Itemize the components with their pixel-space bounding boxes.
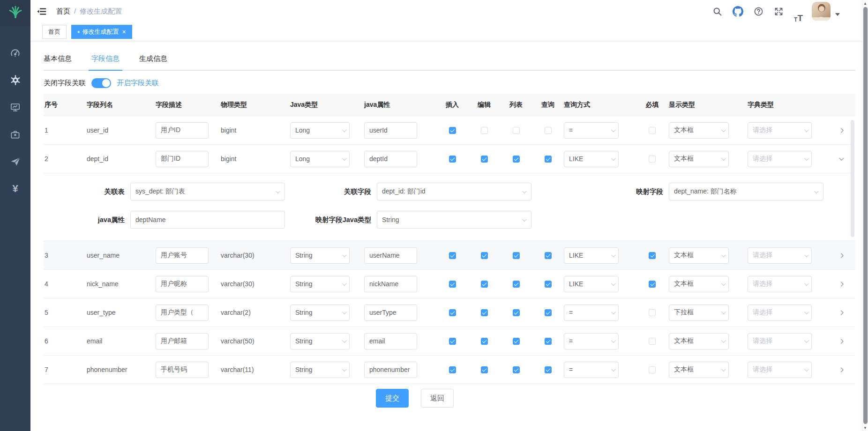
display-type-select[interactable]: 文本框 [669, 122, 729, 139]
java-field-input[interactable] [364, 151, 417, 167]
dict-type-select[interactable]: 请选择 [748, 151, 812, 167]
dict-type-select[interactable]: 请选择 [748, 305, 812, 321]
list-checkbox[interactable] [513, 338, 520, 345]
java-attr-input[interactable] [130, 211, 285, 229]
tab-basic-info[interactable]: 基本信息 [44, 50, 72, 70]
sidebar-item-monitor[interactable] [0, 94, 30, 121]
expand-icon[interactable] [837, 279, 847, 289]
display-type-select[interactable]: 文本框 [669, 362, 729, 378]
query-checkbox[interactable] [545, 338, 552, 345]
expand-icon[interactable] [837, 307, 847, 318]
java-type-select[interactable]: String [290, 333, 350, 349]
description-input[interactable] [156, 122, 209, 139]
edit-checkbox[interactable] [481, 127, 488, 134]
assoc-field-select[interactable]: dept_id: 部门id [377, 183, 531, 201]
insert-checkbox[interactable] [449, 281, 456, 288]
tab-generate-info[interactable]: 生成信息 [139, 50, 167, 70]
tag-home[interactable]: 首页 [42, 25, 67, 39]
expand-icon[interactable] [837, 125, 847, 135]
description-input[interactable] [156, 362, 209, 378]
app-logo[interactable] [0, 0, 30, 26]
page-scrollbar-thumb[interactable] [863, 7, 868, 424]
search-icon[interactable] [707, 0, 727, 22]
edit-checkbox[interactable] [481, 281, 488, 288]
edit-checkbox[interactable] [481, 338, 488, 345]
query-checkbox[interactable] [545, 127, 552, 134]
scroll-up-icon[interactable]: ▲ [863, 0, 867, 7]
list-checkbox[interactable] [513, 366, 520, 373]
insert-checkbox[interactable] [449, 309, 456, 316]
java-type-select[interactable]: String [290, 247, 350, 264]
submit-button[interactable]: 提交 [376, 389, 409, 408]
query-checkbox[interactable] [545, 366, 552, 373]
dict-type-select[interactable]: 请选择 [748, 122, 812, 139]
edit-checkbox[interactable] [481, 366, 488, 373]
java-type-select[interactable]: Long [290, 122, 350, 139]
query-method-select[interactable]: = [564, 362, 619, 378]
tab-field-info[interactable]: 字段信息 [91, 50, 120, 70]
display-type-select[interactable]: 文本框 [669, 276, 729, 292]
dict-type-select[interactable]: 请选择 [748, 247, 812, 264]
description-input[interactable] [156, 276, 209, 292]
java-field-input[interactable] [364, 122, 417, 139]
sidebar-item-system[interactable] [0, 67, 30, 94]
description-input[interactable] [156, 333, 209, 349]
map-field-select[interactable]: dept_name: 部门名称 [669, 183, 823, 201]
query-checkbox[interactable] [545, 156, 552, 163]
font-size-icon[interactable]: TT [789, 0, 808, 22]
insert-checkbox[interactable] [449, 252, 456, 259]
java-type-select[interactable]: String [290, 276, 350, 292]
table-scrollbar[interactable] [851, 120, 854, 237]
breadcrumb-home[interactable]: 首页 [56, 7, 70, 15]
required-checkbox[interactable] [649, 281, 656, 288]
query-method-select[interactable]: = [564, 122, 619, 139]
query-checkbox[interactable] [545, 252, 552, 259]
list-checkbox[interactable] [513, 309, 520, 316]
edit-checkbox[interactable] [481, 309, 488, 316]
dict-type-select[interactable]: 请选择 [748, 333, 812, 349]
java-field-input[interactable] [364, 333, 417, 349]
user-menu[interactable] [812, 2, 840, 21]
sidebar-item-dashboard[interactable] [0, 39, 30, 67]
query-checkbox[interactable] [545, 281, 552, 288]
insert-checkbox[interactable] [449, 366, 456, 373]
display-type-select[interactable]: 文本框 [669, 151, 729, 167]
required-checkbox[interactable] [649, 156, 656, 163]
insert-checkbox[interactable] [449, 127, 456, 134]
list-checkbox[interactable] [513, 127, 520, 134]
required-checkbox[interactable] [649, 252, 656, 259]
java-field-input[interactable] [364, 276, 417, 292]
query-method-select[interactable]: = [564, 305, 619, 321]
back-button[interactable]: 返回 [421, 389, 454, 408]
sidebar-collapse-icon[interactable] [30, 0, 53, 22]
required-checkbox[interactable] [649, 338, 656, 345]
edit-checkbox[interactable] [481, 252, 488, 259]
query-method-select[interactable]: LIKE [564, 276, 619, 292]
required-checkbox[interactable] [649, 366, 656, 373]
display-type-select[interactable]: 下拉框 [669, 305, 729, 321]
github-icon[interactable] [727, 0, 748, 22]
page-scrollbar[interactable]: ▲ ▼ [862, 0, 868, 431]
description-input[interactable] [156, 305, 209, 321]
query-checkbox[interactable] [545, 309, 552, 316]
required-checkbox[interactable] [649, 309, 656, 316]
sidebar-item-tool[interactable] [0, 121, 30, 148]
expand-icon[interactable] [837, 364, 847, 375]
dict-type-select[interactable]: 请选择 [748, 362, 812, 378]
query-method-select[interactable]: LIKE [564, 151, 619, 167]
description-input[interactable] [156, 247, 209, 264]
sidebar-item-publish[interactable] [0, 148, 30, 175]
fullscreen-icon[interactable] [769, 0, 789, 22]
java-type-select[interactable]: Long [290, 151, 350, 167]
edit-checkbox[interactable] [481, 156, 488, 163]
description-input[interactable] [156, 151, 209, 167]
query-method-select[interactable]: LIKE [564, 247, 619, 264]
expand-icon[interactable] [837, 154, 847, 164]
insert-checkbox[interactable] [449, 338, 456, 345]
required-checkbox[interactable] [649, 127, 656, 134]
java-field-input[interactable] [364, 305, 417, 321]
java-field-input[interactable] [364, 362, 417, 378]
sidebar-item-finance[interactable]: ¥ [0, 175, 30, 202]
dict-type-select[interactable]: 请选择 [748, 276, 812, 292]
list-checkbox[interactable] [513, 156, 520, 163]
